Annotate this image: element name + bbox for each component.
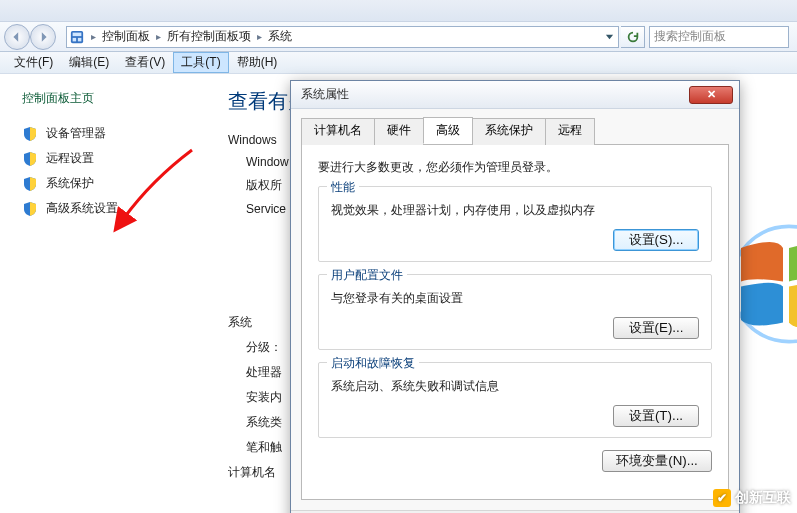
svg-rect-1 [73, 32, 82, 36]
svg-rect-3 [78, 37, 82, 41]
breadcrumb-seg-3[interactable]: 系统 [264, 28, 296, 45]
tab-advanced[interactable]: 高级 [423, 117, 473, 144]
control-panel-icon [69, 29, 85, 45]
watermark: ✔ 创新互联 [713, 489, 791, 507]
sidebar-item-label: 设备管理器 [46, 125, 106, 142]
tab-computer-name[interactable]: 计算机名 [301, 118, 375, 145]
menu-view[interactable]: 查看(V) [117, 52, 173, 73]
refresh-button[interactable] [621, 26, 645, 48]
tab-hardware[interactable]: 硬件 [374, 118, 424, 145]
sidebar-item-device-manager[interactable]: 设备管理器 [14, 121, 210, 146]
breadcrumb-seg-1[interactable]: 控制面板 [98, 28, 154, 45]
refresh-icon [626, 30, 640, 44]
group-performance: 性能 视觉效果，处理器计划，内存使用，以及虚拟内存 设置(S)... [318, 186, 712, 262]
system-properties-dialog: 系统属性 ✕ 计算机名 硬件 高级 系统保护 远程 要进行大多数更改，您必须作为… [290, 80, 740, 513]
admin-note: 要进行大多数更改，您必须作为管理员登录。 [318, 159, 712, 176]
sidebar-item-remote-settings[interactable]: 远程设置 [14, 146, 210, 171]
group-title: 性能 [327, 179, 359, 196]
window-titlebar [0, 0, 797, 22]
sidebar: 控制面板主页 设备管理器 远程设置 系统保护 高级系统设置 另 [0, 74, 210, 513]
shield-icon [22, 126, 38, 142]
sidebar-item-advanced-settings[interactable]: 高级系统设置 [14, 196, 210, 221]
profile-settings-button[interactable]: 设置(E)... [613, 317, 699, 339]
address-field[interactable]: ▸ 控制面板 ▸ 所有控制面板项 ▸ 系统 [66, 26, 619, 48]
group-user-profile: 用户配置文件 与您登录有关的桌面设置 设置(E)... [318, 274, 712, 350]
arrow-left-icon [11, 31, 23, 43]
search-input[interactable]: 搜索控制面板 [649, 26, 789, 48]
menu-file[interactable]: 文件(F) [6, 52, 61, 73]
chevron-right-icon: ▸ [89, 31, 98, 42]
group-desc: 视觉效果，处理器计划，内存使用，以及虚拟内存 [331, 202, 699, 219]
arrow-right-icon [37, 31, 49, 43]
group-title: 用户配置文件 [327, 267, 407, 284]
search-placeholder: 搜索控制面板 [654, 28, 726, 45]
tab-page-advanced: 要进行大多数更改，您必须作为管理员登录。 性能 视觉效果，处理器计划，内存使用，… [301, 145, 729, 500]
menu-bar: 文件(F) 编辑(E) 查看(V) 工具(T) 帮助(H) [0, 52, 797, 74]
chevron-right-icon: ▸ [154, 31, 163, 42]
dialog-close-button[interactable]: ✕ [689, 86, 733, 104]
menu-help[interactable]: 帮助(H) [229, 52, 286, 73]
menu-edit[interactable]: 编辑(E) [61, 52, 117, 73]
startup-settings-button[interactable]: 设置(T)... [613, 405, 699, 427]
environment-variables-button[interactable]: 环境变量(N)... [602, 450, 712, 472]
perf-settings-button[interactable]: 设置(S)... [613, 229, 699, 251]
group-desc: 与您登录有关的桌面设置 [331, 290, 699, 307]
nav-forward-button[interactable] [30, 24, 56, 50]
breadcrumb-seg-2[interactable]: 所有控制面板项 [163, 28, 255, 45]
group-title: 启动和故障恢复 [327, 355, 419, 372]
svg-rect-2 [73, 37, 77, 41]
shield-icon [22, 176, 38, 192]
group-startup-recovery: 启动和故障恢复 系统启动、系统失败和调试信息 设置(T)... [318, 362, 712, 438]
address-bar: ▸ 控制面板 ▸ 所有控制面板项 ▸ 系统 搜索控制面板 [0, 22, 797, 52]
group-desc: 系统启动、系统失败和调试信息 [331, 378, 699, 395]
address-dropdown-icon[interactable] [600, 32, 618, 41]
dialog-titlebar[interactable]: 系统属性 ✕ [291, 81, 739, 109]
nav-back-button[interactable] [4, 24, 30, 50]
tab-remote[interactable]: 远程 [545, 118, 595, 145]
sidebar-item-label: 系统保护 [46, 175, 94, 192]
watermark-text: 创新互联 [735, 489, 791, 507]
sidebar-item-label: 远程设置 [46, 150, 94, 167]
dialog-title: 系统属性 [301, 86, 349, 103]
menu-tools[interactable]: 工具(T) [173, 52, 228, 73]
sidebar-item-label: 高级系统设置 [46, 200, 118, 217]
dialog-tabs: 计算机名 硬件 高级 系统保护 远程 [301, 117, 729, 145]
tab-system-protection[interactable]: 系统保护 [472, 118, 546, 145]
shield-icon [22, 151, 38, 167]
watermark-logo-icon: ✔ [713, 489, 731, 507]
sidebar-home-link[interactable]: 控制面板主页 [22, 90, 210, 107]
shield-icon [22, 201, 38, 217]
chevron-right-icon: ▸ [255, 31, 264, 42]
close-icon: ✕ [707, 88, 716, 101]
sidebar-item-system-protection[interactable]: 系统保护 [14, 171, 210, 196]
